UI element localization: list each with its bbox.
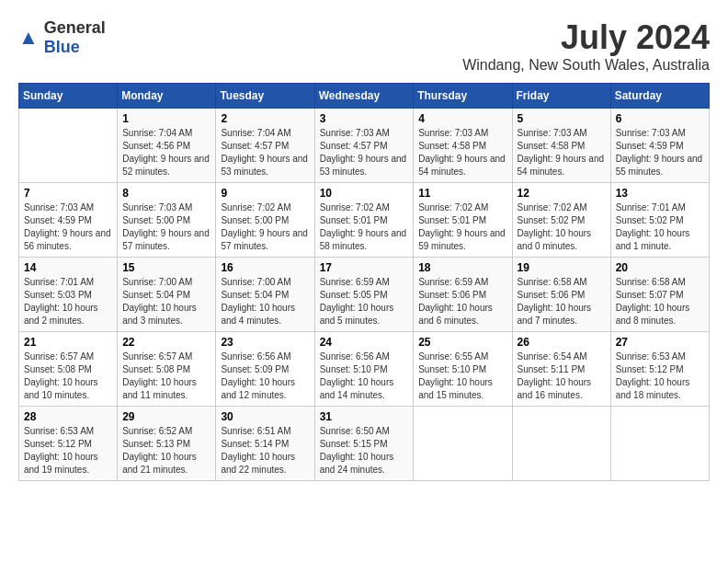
calendar-cell: 6Sunrise: 7:03 AMSunset: 4:59 PMDaylight… xyxy=(610,109,709,183)
day-info: Sunrise: 6:59 AMSunset: 5:06 PMDaylight:… xyxy=(418,276,506,327)
day-info: Sunrise: 7:01 AMSunset: 5:02 PMDaylight:… xyxy=(616,201,704,253)
logo: ▲ General Blue xyxy=(18,18,106,57)
calendar-cell xyxy=(512,407,610,481)
day-info: Sunrise: 6:59 AMSunset: 5:05 PMDaylight:… xyxy=(320,276,409,327)
day-number: 2 xyxy=(221,112,309,125)
calendar-cell: 10Sunrise: 7:02 AMSunset: 5:01 PMDayligh… xyxy=(314,183,414,258)
day-info: Sunrise: 6:52 AMSunset: 5:13 PMDaylight:… xyxy=(122,425,210,477)
calendar-cell: 12Sunrise: 7:02 AMSunset: 5:02 PMDayligh… xyxy=(512,183,610,258)
calendar-cell: 19Sunrise: 6:58 AMSunset: 5:06 PMDayligh… xyxy=(512,258,610,332)
day-number: 27 xyxy=(616,336,704,349)
day-number: 7 xyxy=(24,187,112,200)
day-number: 24 xyxy=(320,336,409,349)
calendar-cell xyxy=(610,407,709,481)
calendar-cell: 21Sunrise: 6:57 AMSunset: 5:08 PMDayligh… xyxy=(19,332,118,407)
day-number: 13 xyxy=(616,187,704,200)
day-number: 25 xyxy=(418,336,506,349)
calendar-cell: 14Sunrise: 7:01 AMSunset: 5:03 PMDayligh… xyxy=(19,258,118,332)
day-info: Sunrise: 6:54 AMSunset: 5:11 PMDaylight:… xyxy=(518,350,606,402)
calendar-header-sunday: Sunday xyxy=(19,84,118,109)
calendar-week-row: 21Sunrise: 6:57 AMSunset: 5:08 PMDayligh… xyxy=(19,332,710,407)
title-area: July 2024 Windang, New South Wales, Aust… xyxy=(462,18,710,74)
day-number: 21 xyxy=(24,336,112,349)
logo-blue: Blue xyxy=(44,38,80,56)
day-info: Sunrise: 7:03 AMSunset: 4:59 PMDaylight:… xyxy=(616,127,704,178)
day-info: Sunrise: 7:04 AMSunset: 4:56 PMDaylight:… xyxy=(122,127,210,178)
day-number: 30 xyxy=(221,410,309,423)
day-number: 28 xyxy=(24,410,112,423)
logo-symbol: ▲ xyxy=(18,28,39,48)
calendar-header-friday: Friday xyxy=(512,84,610,109)
day-info: Sunrise: 7:03 AMSunset: 4:57 PMDaylight:… xyxy=(320,127,409,178)
calendar-cell: 2Sunrise: 7:04 AMSunset: 4:57 PMDaylight… xyxy=(216,109,314,183)
calendar-cell: 27Sunrise: 6:53 AMSunset: 5:12 PMDayligh… xyxy=(610,332,709,407)
calendar-header-saturday: Saturday xyxy=(610,84,709,109)
calendar-cell: 25Sunrise: 6:55 AMSunset: 5:10 PMDayligh… xyxy=(414,332,512,407)
day-info: Sunrise: 6:53 AMSunset: 5:12 PMDaylight:… xyxy=(24,425,112,477)
day-number: 14 xyxy=(24,261,112,274)
page-header: ▲ General Blue July 2024 Windang, New So… xyxy=(18,18,710,74)
day-number: 9 xyxy=(221,187,309,200)
day-info: Sunrise: 7:03 AMSunset: 4:58 PMDaylight:… xyxy=(518,127,606,178)
calendar-week-row: 7Sunrise: 7:03 AMSunset: 4:59 PMDaylight… xyxy=(19,183,710,258)
day-info: Sunrise: 7:01 AMSunset: 5:03 PMDaylight:… xyxy=(24,276,112,327)
calendar-cell: 9Sunrise: 7:02 AMSunset: 5:00 PMDaylight… xyxy=(216,183,314,258)
day-number: 12 xyxy=(518,187,606,200)
calendar-cell: 20Sunrise: 6:58 AMSunset: 5:07 PMDayligh… xyxy=(610,258,709,332)
calendar-cell: 11Sunrise: 7:02 AMSunset: 5:01 PMDayligh… xyxy=(414,183,512,258)
logo-general: General xyxy=(44,18,106,37)
calendar-cell: 17Sunrise: 6:59 AMSunset: 5:05 PMDayligh… xyxy=(314,258,414,332)
day-info: Sunrise: 6:56 AMSunset: 5:10 PMDaylight:… xyxy=(320,350,409,402)
calendar-header-monday: Monday xyxy=(118,84,216,109)
day-info: Sunrise: 7:02 AMSunset: 5:00 PMDaylight:… xyxy=(221,201,309,253)
calendar-cell: 13Sunrise: 7:01 AMSunset: 5:02 PMDayligh… xyxy=(610,183,709,258)
calendar-cell: 8Sunrise: 7:03 AMSunset: 5:00 PMDaylight… xyxy=(118,183,216,258)
day-number: 20 xyxy=(616,261,704,274)
day-info: Sunrise: 6:57 AMSunset: 5:08 PMDaylight:… xyxy=(122,350,210,402)
calendar-week-row: 28Sunrise: 6:53 AMSunset: 5:12 PMDayligh… xyxy=(19,407,710,481)
calendar-cell: 1Sunrise: 7:04 AMSunset: 4:56 PMDaylight… xyxy=(118,109,216,183)
day-info: Sunrise: 7:04 AMSunset: 4:57 PMDaylight:… xyxy=(221,127,309,178)
day-number: 3 xyxy=(320,112,409,125)
day-number: 5 xyxy=(518,112,606,125)
day-info: Sunrise: 7:00 AMSunset: 5:04 PMDaylight:… xyxy=(122,276,210,327)
calendar-cell: 5Sunrise: 7:03 AMSunset: 4:58 PMDaylight… xyxy=(512,109,610,183)
day-info: Sunrise: 6:51 AMSunset: 5:14 PMDaylight:… xyxy=(221,425,309,477)
calendar-cell xyxy=(19,109,118,183)
day-number: 22 xyxy=(122,336,210,349)
calendar-cell: 31Sunrise: 6:50 AMSunset: 5:15 PMDayligh… xyxy=(314,407,414,481)
day-info: Sunrise: 6:58 AMSunset: 5:06 PMDaylight:… xyxy=(518,276,606,327)
day-number: 8 xyxy=(122,187,210,200)
calendar-cell: 24Sunrise: 6:56 AMSunset: 5:10 PMDayligh… xyxy=(314,332,414,407)
calendar-cell: 30Sunrise: 6:51 AMSunset: 5:14 PMDayligh… xyxy=(216,407,314,481)
day-number: 18 xyxy=(418,261,506,274)
day-info: Sunrise: 7:02 AMSunset: 5:01 PMDaylight:… xyxy=(418,201,506,253)
calendar-cell: 4Sunrise: 7:03 AMSunset: 4:58 PMDaylight… xyxy=(414,109,512,183)
day-number: 29 xyxy=(122,410,210,423)
calendar-cell: 22Sunrise: 6:57 AMSunset: 5:08 PMDayligh… xyxy=(118,332,216,407)
day-number: 16 xyxy=(221,261,309,274)
day-info: Sunrise: 6:50 AMSunset: 5:15 PMDaylight:… xyxy=(320,425,409,477)
day-number: 10 xyxy=(320,187,409,200)
day-number: 4 xyxy=(418,112,506,125)
location: Windang, New South Wales, Australia xyxy=(462,57,710,74)
calendar-cell: 29Sunrise: 6:52 AMSunset: 5:13 PMDayligh… xyxy=(118,407,216,481)
day-number: 15 xyxy=(122,261,210,274)
day-info: Sunrise: 7:03 AMSunset: 4:59 PMDaylight:… xyxy=(24,201,112,253)
calendar-cell: 15Sunrise: 7:00 AMSunset: 5:04 PMDayligh… xyxy=(118,258,216,332)
calendar-cell: 18Sunrise: 6:59 AMSunset: 5:06 PMDayligh… xyxy=(414,258,512,332)
day-info: Sunrise: 6:57 AMSunset: 5:08 PMDaylight:… xyxy=(24,350,112,402)
calendar-cell: 16Sunrise: 7:00 AMSunset: 5:04 PMDayligh… xyxy=(216,258,314,332)
day-number: 19 xyxy=(518,261,606,274)
month-year: July 2024 xyxy=(462,18,710,57)
day-number: 23 xyxy=(221,336,309,349)
day-info: Sunrise: 7:02 AMSunset: 5:02 PMDaylight:… xyxy=(518,201,606,253)
calendar-header-wednesday: Wednesday xyxy=(314,84,414,109)
calendar-week-row: 14Sunrise: 7:01 AMSunset: 5:03 PMDayligh… xyxy=(19,258,710,332)
calendar-cell: 26Sunrise: 6:54 AMSunset: 5:11 PMDayligh… xyxy=(512,332,610,407)
day-info: Sunrise: 7:03 AMSunset: 5:00 PMDaylight:… xyxy=(122,201,210,253)
day-number: 11 xyxy=(418,187,506,200)
day-info: Sunrise: 7:02 AMSunset: 5:01 PMDaylight:… xyxy=(320,201,409,253)
calendar-header-tuesday: Tuesday xyxy=(216,84,314,109)
day-info: Sunrise: 7:00 AMSunset: 5:04 PMDaylight:… xyxy=(221,276,309,327)
